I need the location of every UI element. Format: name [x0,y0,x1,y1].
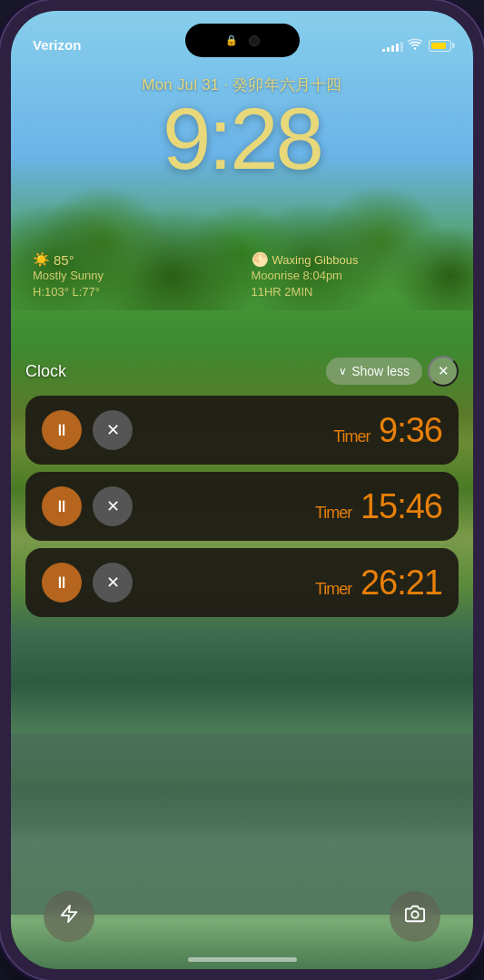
moonrise-label: Moonrise 8:04pm [252,268,452,284]
moon-temp: 🌕 Waxing Gibbous [252,251,452,268]
flashlight-button[interactable] [44,891,94,942]
camera-icon [405,904,425,929]
dynamic-island: 🔒 [185,24,300,57]
signal-bar-3 [391,45,394,52]
svg-point-0 [414,47,416,49]
battery-fill [431,43,446,49]
weather-right: 🌕 Waxing Gibbous Moonrise 8:04pm 11HR 2M… [252,251,452,300]
lockscreen-content: Mon Jul 31 · 癸卯年六月十四 9:28 ☀️ 85° Mostly … [11,11,473,969]
date-time-area: Mon Jul 31 · 癸卯年六月十四 9:28 [11,74,473,182]
bottom-controls [11,891,473,942]
moon-icon: 🌕 [252,251,269,268]
timer-1-value: Timer 9:36 [333,411,442,449]
timer-card-2: ⏸ ✕ Timer 15:46 [25,472,459,541]
timer-1-pause-button[interactable]: ⏸ [42,410,82,450]
signal-bar-2 [387,47,390,52]
screen: 🔒 Verizon [11,11,473,969]
svg-point-2 [411,911,418,917]
show-less-button[interactable]: ∨ Show less [326,358,422,385]
close-icon: ✕ [438,363,449,379]
pause-icon-3: ⏸ [54,573,70,593]
pause-icon-2: ⏸ [54,497,70,516]
signal-bar-1 [382,49,385,52]
phone-shell: 🔒 Verizon [0,0,484,980]
cancel-icon-1: ✕ [106,420,120,440]
weather-temp: ☀️ 85° [33,251,233,268]
signal-bar-4 [396,44,399,52]
timer-1-display: Timer 9:36 [143,411,442,450]
timer-2-value: Timer 15:46 [315,487,442,525]
close-notifications-button[interactable]: ✕ [428,356,459,387]
timer-3-pause-button[interactable]: ⏸ [42,563,82,603]
flashlight-icon [59,904,79,929]
timer-3-cancel-button[interactable]: ✕ [93,563,133,603]
chevron-down-icon: ∨ [339,365,347,377]
battery-icon [429,40,451,52]
svg-marker-1 [62,906,77,922]
home-indicator[interactable] [188,957,297,962]
signal-bars [382,40,403,52]
timer-3-value: Timer 26:21 [315,564,442,602]
time-display: 9:28 [11,95,473,182]
moon-duration: 11HR 2MIN [252,284,452,300]
app-name-label: Clock [25,362,66,381]
wifi-icon [408,38,422,53]
weather-high-low: H:103° L:77° [33,284,233,300]
timer-2-cancel-button[interactable]: ✕ [93,486,133,526]
signal-bar-5 [400,42,403,52]
cancel-icon-2: ✕ [106,496,120,516]
weather-left: ☀️ 85° Mostly Sunny H:103° L:77° [33,251,233,300]
lock-icon: 🔒 [225,34,238,46]
timer-card-1: ⏸ ✕ Timer 9:36 [25,396,459,465]
sun-icon: ☀️ [33,251,50,268]
timer-2-display: Timer 15:46 [143,487,442,526]
timer-3-display: Timer 26:21 [143,564,442,603]
cancel-icon-3: ✕ [106,573,120,593]
notification-controls: ∨ Show less ✕ [326,356,459,387]
camera-button[interactable] [390,891,440,942]
pause-icon-1: ⏸ [54,421,70,440]
status-icons [382,38,451,53]
show-less-label: Show less [351,364,410,378]
notifications-area: Clock ∨ Show less ✕ ⏸ [25,356,459,624]
timer-card-3: ⏸ ✕ Timer 26:21 [25,548,459,617]
weather-area: ☀️ 85° Mostly Sunny H:103° L:77° 🌕 Waxin… [33,251,451,300]
camera-dot [249,35,260,46]
weather-description: Mostly Sunny [33,268,233,284]
notification-header: Clock ∨ Show less ✕ [25,356,459,387]
timer-2-pause-button[interactable]: ⏸ [42,486,82,526]
timer-1-cancel-button[interactable]: ✕ [93,410,133,450]
